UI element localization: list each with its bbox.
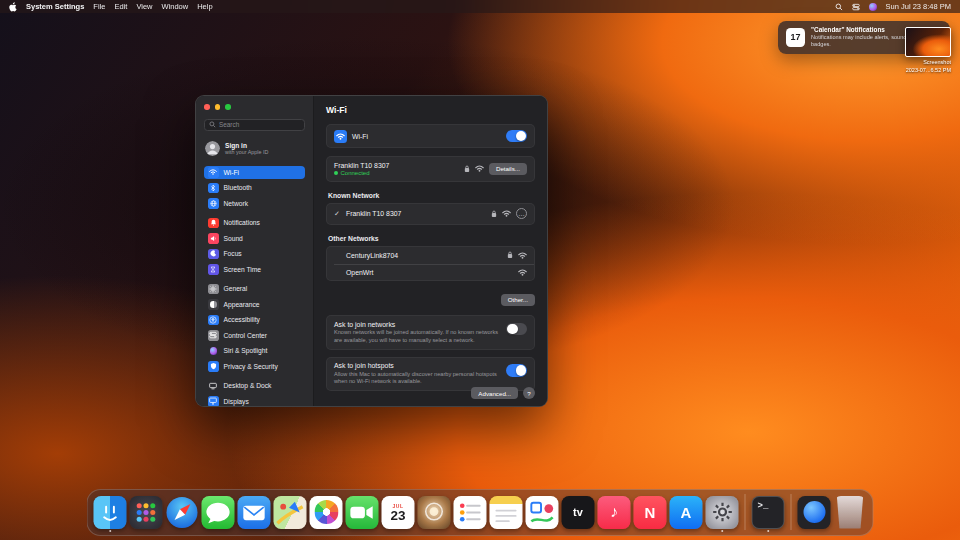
menu-app-name[interactable]: System Settings [26,2,84,11]
apple-id-subtitle: with your Apple ID [225,149,268,155]
ask-networks-toggle[interactable] [506,323,527,336]
details-button[interactable]: Details... [489,163,527,175]
dock-icon-maps[interactable] [274,496,307,529]
menu-window[interactable]: Window [162,2,189,11]
dock-icon-news[interactable]: N [634,496,667,529]
screenshot-thumbnail[interactable] [905,27,951,57]
more-options-button[interactable]: … [516,208,527,219]
dock-icon-messages[interactable] [202,496,235,529]
dock-icon-music[interactable]: ♪ [598,496,631,529]
dock-icon-facetime[interactable] [346,496,379,529]
sidebar-item-bluetooth[interactable]: Bluetooth [204,181,305,195]
checkmark-icon: ✓ [334,210,341,218]
sidebar-item-accessibility[interactable]: Accessibility [204,313,305,327]
wifi-toggle[interactable] [506,130,527,143]
close-button[interactable] [204,104,210,110]
network-row-centurylink[interactable]: CenturyLink8704 [327,247,534,264]
ask-networks-description: Known networks will be joined automatica… [334,329,501,344]
siri-icon [208,346,219,357]
ask-join-hotspots-card: Ask to join hotspots Allow this Mac to a… [326,357,535,392]
search-icon [209,121,216,129]
sidebar-item-displays[interactable]: Displays [204,395,305,407]
sidebar-item-desktop-dock[interactable]: Desktop & Dock [204,379,305,393]
search-icon[interactable] [835,3,843,11]
network-row-openwrt[interactable]: OpenWrt [327,264,534,280]
other-network-button[interactable]: Other... [501,294,535,306]
sidebar-item-appearance[interactable]: Appearance [204,298,305,312]
control-center-icon [208,330,219,341]
ask-join-networks-card: Ask to join networks Known networks will… [326,315,535,350]
lock-icon [491,210,497,218]
display-icon [208,396,219,406]
music-note-glyph: ♪ [610,503,618,521]
sidebar-item-sound[interactable]: Sound [204,232,305,246]
dock-icon-freeform[interactable] [526,496,559,529]
pane-footer: Advanced... ? [471,387,535,399]
lock-icon [507,251,513,259]
sidebar-item-control-center[interactable]: Control Center [204,329,305,343]
bell-icon [208,218,219,229]
known-network-row[interactable]: ✓ Franklin T10 8307 … [326,203,535,225]
apple-id-title: Sign in [225,142,268,149]
wifi-icon [334,130,347,143]
dock-icon-trash[interactable] [834,496,867,529]
dock-icon-photo-booth[interactable] [418,496,451,529]
menu-view[interactable]: View [136,2,152,11]
sidebar-item-general[interactable]: General [204,282,305,296]
dock-icon-app-store[interactable]: A [670,496,703,529]
dock-icon-mail[interactable] [238,496,271,529]
known-network-name: Franklin T10 8307 [346,210,486,217]
sidebar-item-screen-time[interactable]: Screen Time [204,263,305,277]
menu-file[interactable]: File [93,2,105,11]
dock-icon-finder[interactable] [94,496,127,529]
dock-icon-notes[interactable] [490,496,523,529]
wifi-signal-icon [518,269,527,276]
system-settings-window: Search Sign in with your Apple ID Wi-Fi … [195,95,548,407]
sidebar-item-notifications[interactable]: Notifications [204,216,305,230]
ask-hotspots-label: Ask to join hotspots [334,362,501,369]
dock-icon-system-settings[interactable] [706,496,739,529]
menu-edit[interactable]: Edit [114,2,127,11]
network-name: CenturyLink8704 [346,252,502,259]
minimize-button[interactable] [215,104,221,110]
shield-icon [208,361,219,372]
desktop: System Settings File Edit View Window He… [0,0,960,540]
siri-icon[interactable] [869,3,877,11]
sidebar-item-network[interactable]: Network [204,197,305,211]
dock-icon-calendar[interactable]: JUL23 [382,496,415,529]
news-glyph: N [645,504,656,521]
connected-network-card: Franklin T10 8307 Connected Details... [326,156,535,182]
settings-sidebar: Search Sign in with your Apple ID Wi-Fi … [196,96,314,406]
sidebar-item-focus[interactable]: Focus [204,247,305,261]
sidebar-nav: Wi-Fi Bluetooth Network Notifications So… [204,166,305,407]
apple-id-row[interactable]: Sign in with your Apple ID [205,140,304,158]
menu-clock[interactable]: Sun Jul 23 8:48 PM [886,2,951,11]
search-placeholder: Search [219,121,239,128]
sidebar-search-input[interactable]: Search [204,119,305,131]
avatar [205,141,220,156]
menu-help[interactable]: Help [197,2,212,11]
zoom-button[interactable] [225,104,231,110]
control-center-icon[interactable] [852,3,860,11]
terminal-glyph: >_ [758,501,769,511]
advanced-button[interactable]: Advanced... [471,387,518,399]
apple-menu-icon[interactable] [9,2,17,12]
globe-icon [208,198,219,209]
sidebar-item-siri-spotlight[interactable]: Siri & Spotlight [204,344,305,358]
dock-icon-tv[interactable]: tv [562,496,595,529]
sidebar-item-wi-fi[interactable]: Wi-Fi [204,166,305,180]
sidebar-item-privacy-security[interactable]: Privacy & Security [204,360,305,374]
dock-icon-launchpad[interactable] [130,496,163,529]
traffic-lights [204,104,305,110]
help-button[interactable]: ? [523,387,535,399]
downloads-orb-icon [803,501,825,523]
dock-icon-safari[interactable] [166,496,199,529]
dock-icon-downloads[interactable] [798,496,831,529]
dock-icon-terminal[interactable]: >_ [752,496,785,529]
dock-icon-reminders[interactable] [454,496,487,529]
screenshot-preview[interactable]: Screenshot 2023-07...6.52 PM [905,27,951,74]
dock-icon-photos[interactable] [310,496,343,529]
desktop-dock-icon [208,381,219,392]
ask-hotspots-toggle[interactable] [506,364,527,377]
hourglass-icon [208,264,219,275]
